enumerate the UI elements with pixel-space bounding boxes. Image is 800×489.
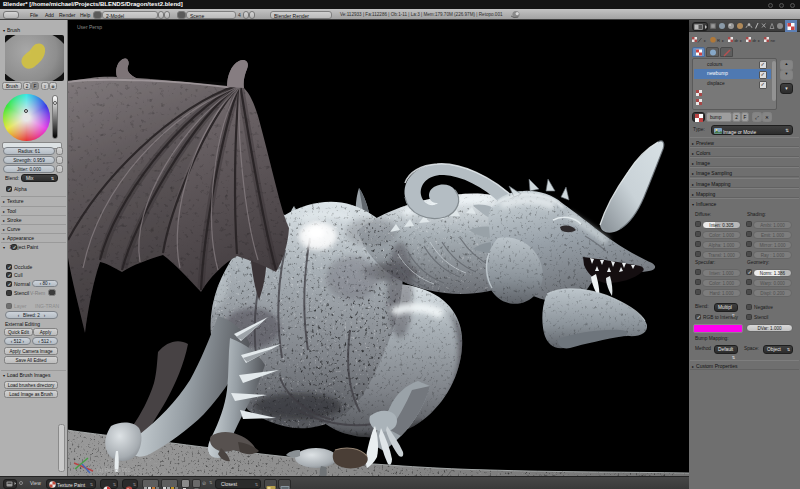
svg-text:▸: ▸ <box>722 38 725 43</box>
svg-text:▸: ▸ <box>758 38 761 43</box>
svg-text:▸: ▸ <box>740 38 743 43</box>
svg-text:dr: dr <box>735 38 739 43</box>
svg-text:(1) Retopo.001: (1) Retopo.001 <box>97 467 131 473</box>
svg-text:R: R <box>717 38 720 43</box>
svg-text:▸: ▸ <box>704 38 707 43</box>
svg-text:dr: dr <box>753 38 757 43</box>
svg-text:ne: ne <box>771 38 776 43</box>
